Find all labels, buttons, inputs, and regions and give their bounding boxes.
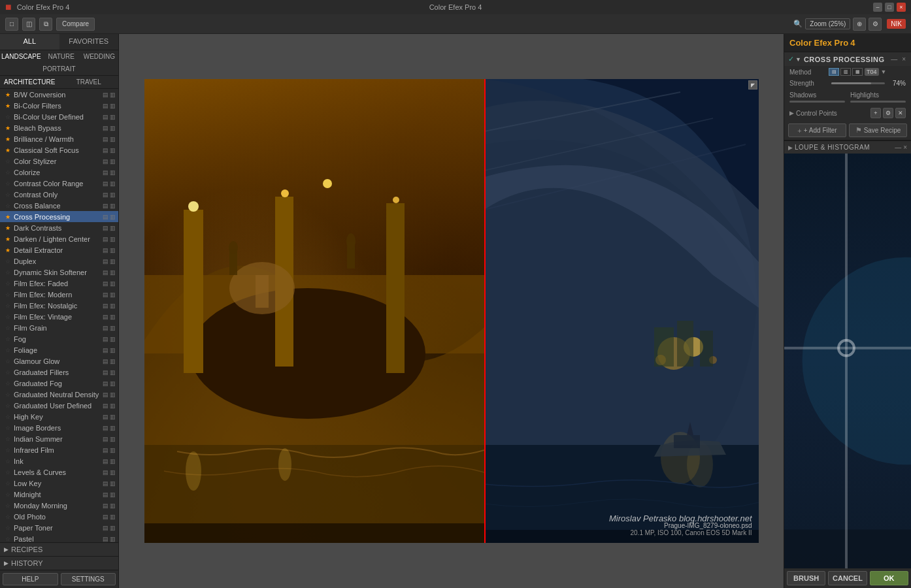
- section-close-button[interactable]: ×: [901, 56, 907, 63]
- cp-settings-button[interactable]: ⚙: [883, 108, 893, 118]
- filter-item-contrast-only[interactable]: ☆Contrast Only▤▥: [0, 189, 118, 200]
- strength-slider[interactable]: [831, 82, 885, 84]
- filter-star-bw-conversion: ★: [5, 91, 12, 98]
- filter-item-brilliance-warmth[interactable]: ★Brilliance / Warmth▤▥: [0, 133, 118, 144]
- filter-icon-b-indian-summer: ▥: [110, 436, 116, 442]
- filter-item-film-efex-modern[interactable]: ☆Film Efex: Modern▤▥: [0, 289, 118, 300]
- tab-all[interactable]: ALL: [0, 34, 59, 50]
- filter-item-dynamic-skin-softener[interactable]: ☆Dynamic Skin Softener▤▥: [0, 267, 118, 278]
- filter-item-film-grain[interactable]: ☆Film Grain▤▥: [0, 322, 118, 333]
- filter-item-image-borders[interactable]: ☆Image Borders▤▥: [0, 422, 118, 433]
- settings-icon-button[interactable]: ⚙: [869, 18, 882, 31]
- filter-item-cross-balance[interactable]: ☆Cross Balance▤▥: [0, 200, 118, 211]
- filter-item-contrast-color-range[interactable]: ☆Contrast Color Range▤▥: [0, 178, 118, 189]
- add-filter-button[interactable]: + + Add Filter: [788, 123, 846, 137]
- cat-nature[interactable]: NATURE: [42, 50, 80, 63]
- recipes-header[interactable]: ▶ RECIPES: [0, 543, 118, 557]
- window-title: Color Efex Pro 4: [429, 3, 482, 11]
- filter-item-classical-soft-focus[interactable]: ★Classical Soft Focus▤▥: [0, 144, 118, 155]
- filter-item-glamour-glow[interactable]: ☆Glamour Glow▤▥: [0, 355, 118, 367]
- filter-item-indian-summer[interactable]: ☆Indian Summer▤▥: [0, 433, 118, 444]
- filter-icon-b-old-photo: ▥: [110, 514, 116, 520]
- filter-item-high-key[interactable]: ☆High Key▤▥: [0, 411, 118, 422]
- ok-button[interactable]: OK: [870, 571, 908, 585]
- split-view-button[interactable]: ◫: [22, 18, 35, 31]
- filter-icon-b-bi-color-filters: ▥: [110, 103, 116, 109]
- filter-item-film-efex-nostalgic[interactable]: ☆Film Efex: Nostalgic▤▥: [0, 300, 118, 311]
- compare-button[interactable]: Compare: [56, 18, 95, 31]
- cancel-button[interactable]: CANCEL: [828, 571, 867, 585]
- minimize-button[interactable]: –: [873, 3, 882, 12]
- filter-item-midnight[interactable]: ☆Midnight▤▥: [0, 489, 118, 500]
- save-recipe-button[interactable]: ⚑ Save Recipe: [849, 123, 907, 137]
- side-by-side-button[interactable]: ⧉: [39, 18, 52, 31]
- loupe-close-button[interactable]: ×: [903, 144, 907, 151]
- tab-favorites[interactable]: FAVORITES: [59, 34, 119, 50]
- method-icon-2[interactable]: ▥: [840, 68, 851, 76]
- filter-item-bw-conversion[interactable]: ★B/W Conversion▤▥: [0, 89, 118, 100]
- help-button[interactable]: HELP: [3, 573, 58, 585]
- filter-item-foliage[interactable]: ☆Foliage▤▥: [0, 344, 118, 355]
- filter-item-old-photo[interactable]: ☆Old Photo▤▥: [0, 511, 118, 522]
- filter-name-graduated-neutral-density: Graduated Neutral Density: [14, 391, 101, 399]
- cat-landscape[interactable]: LANDSCAPE: [0, 50, 42, 63]
- split-corner-icon[interactable]: ◤: [748, 80, 757, 90]
- filter-item-levels-curves[interactable]: ☆Levels & Curves▤▥: [0, 466, 118, 478]
- filter-item-fog[interactable]: ☆Fog▤▥: [0, 333, 118, 344]
- filter-item-graduated-neutral-density[interactable]: ☆Graduated Neutral Density▤▥: [0, 389, 118, 400]
- right-panel: Color Efex Pro 4 ✓ ▼ CROSS PROCESSING — …: [784, 34, 911, 588]
- filter-item-colorize[interactable]: ☆Colorize▤▥: [0, 167, 118, 178]
- filter-item-bleach-bypass[interactable]: ★Bleach Bypass▤▥: [0, 122, 118, 133]
- shadows-slider[interactable]: [789, 101, 845, 103]
- filter-item-film-efex-vintage[interactable]: ☆Film Efex: Vintage▤▥: [0, 311, 118, 322]
- method-icon-1[interactable]: ▤: [829, 68, 839, 76]
- close-button[interactable]: ×: [897, 3, 906, 12]
- filter-item-darken-lighten-center[interactable]: ★Darken / Lighten Center▤▥: [0, 233, 118, 244]
- loupe-header[interactable]: ▶ LOUPE & HISTOGRAM — ×: [784, 141, 911, 154]
- history-header[interactable]: ▶ HISTORY: [0, 557, 118, 570]
- filter-item-graduated-fog[interactable]: ☆Graduated Fog▤▥: [0, 378, 118, 389]
- loupe-button[interactable]: ⊕: [853, 18, 866, 31]
- filter-item-paper-toner[interactable]: ☆Paper Toner▤▥: [0, 522, 118, 533]
- single-view-button[interactable]: □: [5, 18, 18, 31]
- filter-item-detail-extractor[interactable]: ★Detail Extractor▤▥: [0, 244, 118, 255]
- filter-item-color-stylizer[interactable]: ☆Color Stylizer▤▥: [0, 155, 118, 167]
- filter-star-detail-extractor: ★: [5, 247, 12, 253]
- dropdown-arrow-icon[interactable]: ▼: [881, 69, 887, 75]
- loupe-minimize-button[interactable]: —: [895, 144, 901, 151]
- section-minimize-button[interactable]: —: [889, 56, 899, 63]
- highlights-slider[interactable]: [850, 101, 906, 103]
- filter-item-bi-color-filters[interactable]: ★Bi-Color Filters▤▥: [0, 100, 118, 111]
- filter-item-film-efex-faded[interactable]: ☆Film Efex: Faded▤▥: [0, 278, 118, 289]
- cross-processing-header[interactable]: ✓ ▼ CROSS PROCESSING — ×: [784, 52, 911, 66]
- filter-item-infrared-film[interactable]: ☆Infrared Film▤▥: [0, 444, 118, 455]
- filter-item-duplex[interactable]: ☆Duplex▤▥: [0, 255, 118, 267]
- filter-item-ink[interactable]: ☆Ink▤▥: [0, 455, 118, 466]
- filter-item-cross-processing[interactable]: ★Cross Processing▤▥: [0, 211, 118, 222]
- method-icon-3[interactable]: ▦: [852, 68, 863, 76]
- filter-item-monday-morning[interactable]: ☆Monday Morning▤▥: [0, 500, 118, 511]
- brush-button[interactable]: BRUSH: [787, 571, 825, 585]
- filter-icon-b-levels-curves: ▥: [110, 469, 116, 476]
- cp-delete-button[interactable]: ✕: [895, 108, 906, 118]
- cat-portrait[interactable]: PORTRAIT: [0, 63, 118, 75]
- settings-button[interactable]: SETTINGS: [61, 573, 116, 585]
- method-label: Method: [789, 69, 829, 76]
- filter-item-graduated-fillers[interactable]: ☆Graduated Fillers▤▥: [0, 367, 118, 378]
- expand-icon: ▼: [795, 56, 801, 63]
- filter-item-dark-contrasts[interactable]: ★Dark Contrasts▤▥: [0, 222, 118, 233]
- cp-add-button[interactable]: +: [870, 108, 881, 118]
- method-icons: ▤ ▥ ▦: [829, 68, 863, 76]
- maximize-button[interactable]: □: [885, 3, 894, 12]
- cat-travel[interactable]: TRAVEL: [59, 76, 119, 88]
- filter-item-bi-color-user-defined[interactable]: ☆Bi-Color User Defined▤▥: [0, 111, 118, 122]
- filter-item-low-key[interactable]: ☆Low Key▤▥: [0, 478, 118, 489]
- filter-item-graduated-user-defined[interactable]: ☆Graduated User Defined▤▥: [0, 400, 118, 411]
- filter-item-pastel[interactable]: ☆Pastel▤▥: [0, 533, 118, 542]
- filter-icon-b-bw-conversion: ▥: [110, 91, 116, 98]
- filter-icon-a-bw-conversion: ▤: [103, 91, 108, 98]
- split-divider[interactable]: [484, 79, 486, 543]
- filter-star-film-grain: ☆: [5, 325, 12, 331]
- cat-wedding[interactable]: WEDDING: [80, 50, 118, 63]
- cat-architecture[interactable]: ARCHITECTURE: [0, 76, 59, 88]
